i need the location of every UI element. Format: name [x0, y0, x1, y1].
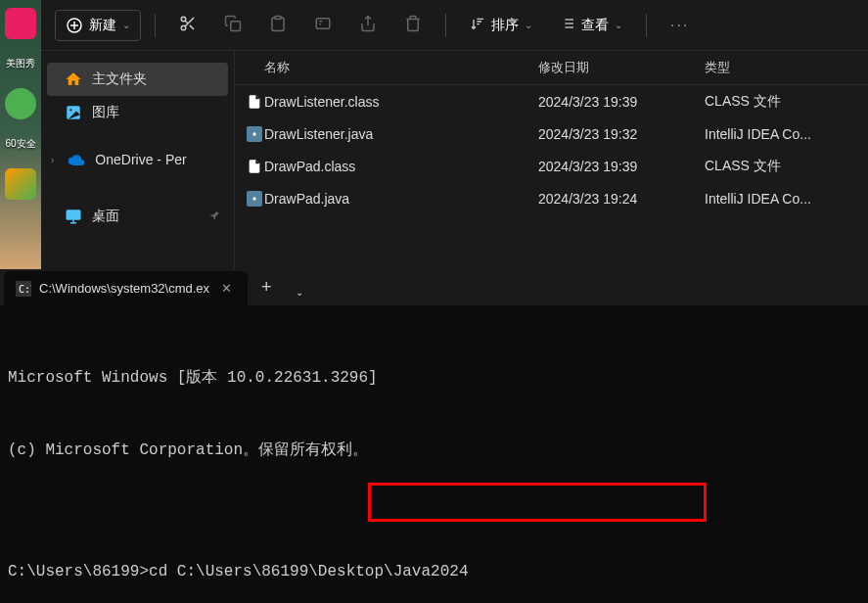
separator	[646, 14, 647, 37]
close-tab-button[interactable]: ✕	[217, 279, 236, 298]
sidebar-item-onedrive[interactable]: › OneDrive - Per	[41, 143, 234, 176]
svg-line-5	[185, 21, 188, 23]
file-date: 2024/3/23 19:39	[538, 94, 705, 110]
chevron-down-icon: ⌄	[525, 20, 532, 30]
terminal-tab-bar: C:\ C:\Windows\system32\cmd.ex ✕ + ⌄	[0, 269, 868, 305]
file-row[interactable]: DrawPad.class2024/3/23 19:39CLASS 文件	[235, 150, 868, 183]
terminal-window: C:\ C:\Windows\system32\cmd.ex ✕ + ⌄ Mic…	[0, 269, 868, 603]
svg-point-2	[181, 25, 186, 30]
file-type: CLASS 文件	[705, 158, 868, 175]
svg-rect-18	[67, 209, 81, 220]
file-icon	[235, 126, 264, 142]
sidebar-item-label: 主文件夹	[92, 70, 147, 88]
svg-rect-8	[316, 18, 330, 28]
chevron-down-icon: ⌄	[615, 20, 622, 30]
separator	[445, 14, 446, 37]
sidebar-item-home[interactable]: 主文件夹	[47, 63, 228, 96]
onedrive-icon	[68, 151, 85, 168]
file-date: 2024/3/23 19:24	[538, 191, 705, 207]
sidebar-item-label: 桌面	[92, 208, 119, 225]
terminal-line: Microsoft Windows [版本 10.0.22631.3296]	[8, 366, 860, 391]
file-row[interactable]: DrawPad.java2024/3/23 19:24IntelliJ IDEA…	[235, 183, 868, 214]
file-date: 2024/3/23 19:39	[538, 159, 705, 174]
sidebar-item-gallery[interactable]: 图库	[41, 96, 234, 129]
sort-icon	[470, 16, 485, 34]
file-icon	[235, 159, 264, 174]
svg-point-21	[252, 132, 255, 135]
svg-point-22	[252, 197, 255, 200]
terminal-line: C:\Users\86199>cd C:\Users\86199\Desktop…	[8, 560, 860, 584]
view-button[interactable]: 查看 ⌄	[550, 10, 632, 40]
file-date: 2024/3/23 19:32	[538, 126, 705, 142]
cut-button[interactable]	[169, 9, 206, 42]
file-name: DrawPad.java	[264, 191, 538, 207]
terminal-body[interactable]: Microsoft Windows [版本 10.0.22631.3296] (…	[0, 305, 868, 603]
column-header-date[interactable]: 修改日期	[538, 59, 705, 76]
column-header-type[interactable]: 类型	[705, 59, 868, 76]
sidebar-item-label: OneDrive - Per	[95, 152, 186, 167]
desktop-icons-strip: 美图秀 60安全	[0, 0, 41, 269]
highlight-annotation	[368, 483, 707, 522]
new-button[interactable]: 新建 ⌄	[55, 10, 141, 41]
svg-rect-7	[275, 16, 281, 19]
file-icon	[235, 191, 264, 207]
gallery-icon	[65, 104, 82, 121]
desktop-icon-app[interactable]	[5, 168, 36, 200]
svg-text:C:\: C:\	[19, 284, 31, 295]
desktop-label: 60安全	[5, 137, 35, 151]
desktop-icon-meitu[interactable]	[5, 8, 36, 39]
terminal-tab[interactable]: C:\ C:\Windows\system32\cmd.ex ✕	[4, 271, 248, 305]
file-type: CLASS 文件	[705, 93, 868, 111]
chevron-right-icon: ›	[51, 155, 54, 165]
svg-point-17	[69, 109, 71, 111]
sidebar-item-label: 图库	[92, 104, 119, 121]
home-icon	[65, 70, 82, 88]
chevron-down-icon: ⌄	[122, 20, 130, 30]
share-button[interactable]	[349, 9, 387, 42]
sidebar-item-desktop[interactable]: 桌面	[41, 200, 234, 233]
sort-button[interactable]: 排序 ⌄	[460, 10, 542, 40]
file-list-area: 名称 修改日期 类型 DrawListener.class2024/3/23 1…	[235, 51, 868, 269]
new-tab-button[interactable]: +	[248, 269, 286, 305]
file-icon	[235, 94, 264, 110]
terminal-tab-title: C:\Windows\system32\cmd.ex	[39, 281, 209, 296]
terminal-line: (c) Microsoft Corporation。保留所有权利。	[8, 439, 860, 463]
file-type: IntelliJ IDEA Co...	[705, 191, 868, 207]
explorer-toolbar: 新建 ⌄ 排序 ⌄	[41, 0, 868, 51]
rename-button[interactable]	[304, 9, 342, 42]
file-name: DrawListener.java	[264, 126, 538, 142]
svg-rect-6	[231, 21, 241, 30]
desktop-icon-360[interactable]	[5, 88, 36, 119]
delete-button[interactable]	[394, 9, 432, 42]
separator	[155, 14, 156, 37]
file-type: IntelliJ IDEA Co...	[705, 126, 868, 142]
paste-button[interactable]	[259, 9, 297, 42]
more-button[interactable]: ···	[661, 11, 699, 40]
view-button-label: 查看	[581, 17, 609, 34]
file-list-header: 名称 修改日期 类型	[235, 51, 868, 85]
pin-icon	[208, 209, 220, 224]
file-name: DrawPad.class	[264, 159, 538, 174]
view-icon	[560, 16, 575, 34]
column-header-name[interactable]: 名称	[235, 59, 538, 76]
explorer-body: 主文件夹 图库 › OneDrive - Per	[41, 51, 868, 269]
desktop-icon	[65, 208, 82, 225]
desktop-label: 美图秀	[6, 57, 35, 70]
file-explorer-window: 新建 ⌄ 排序 ⌄	[41, 0, 868, 269]
svg-point-1	[181, 17, 186, 22]
file-row[interactable]: DrawListener.class2024/3/23 19:39CLASS 文…	[235, 85, 868, 118]
cmd-icon: C:\	[16, 281, 31, 297]
sidebar: 主文件夹 图库 › OneDrive - Per	[41, 51, 235, 269]
plus-icon	[66, 17, 83, 34]
copy-button[interactable]	[214, 9, 251, 42]
tab-dropdown-button[interactable]: ⌄	[286, 279, 313, 305]
file-name: DrawListener.class	[264, 94, 538, 110]
svg-line-4	[190, 24, 194, 28]
new-button-label: 新建	[89, 17, 116, 34]
sort-button-label: 排序	[491, 17, 519, 34]
file-row[interactable]: DrawListener.java2024/3/23 19:32IntelliJ…	[235, 118, 868, 150]
